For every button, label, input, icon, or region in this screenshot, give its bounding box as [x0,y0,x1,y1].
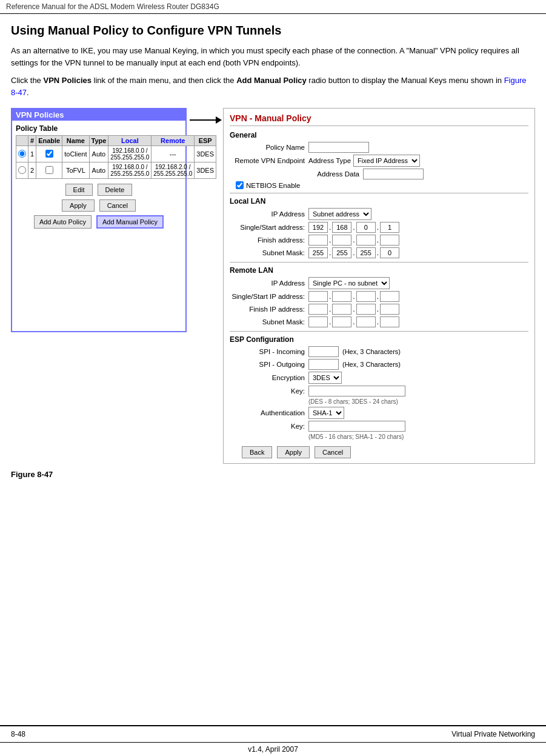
remote-ip-oct3[interactable] [356,291,376,302]
local-finish-oct2[interactable] [332,235,351,246]
authentication-select[interactable]: SHA-1 [308,407,344,419]
remote-subnet-ip: . . . [308,316,399,327]
address-data-input[interactable] [363,169,424,179]
footer-left: 8-48 [11,730,25,738]
remote-finish-oct1[interactable] [308,304,328,315]
remote-single-start-ip: . . . [308,291,399,302]
local-subnet-ip: . . . [308,247,399,258]
spi-outgoing-input[interactable] [308,359,339,370]
delete-button[interactable]: Delete [98,184,133,196]
section-local-lan: Local LAN [230,197,528,206]
col-name: Name [62,136,89,146]
encryption-label: Encryption [230,374,308,381]
local-finish-oct3[interactable] [356,235,376,246]
local-finish-oct1[interactable] [308,235,328,246]
header-title: Reference Manual for the ADSL Modem Wire… [6,2,219,11]
spi-hex-hint: (Hex, 3 Characters) [342,348,401,355]
local-mask-oct4[interactable] [380,247,399,258]
remote-vpn-row: Remote VPN Endpoint Address Type Fixed I… [230,155,528,167]
col-type: Type [89,136,108,146]
footer-right: Virtual Private Networking [451,730,535,738]
apply-button[interactable]: Apply [277,446,310,458]
remote-mask-oct4[interactable] [380,316,399,327]
encryption-row: Encryption 3DES [230,372,528,384]
authentication-label: Authentication [230,409,308,416]
apply-cancel-buttons: Apply Cancel [16,199,182,212]
local-finish-row: Finish address: . . . [230,235,528,246]
remote-ip-oct1[interactable] [308,291,328,302]
back-button[interactable]: Back [242,446,272,458]
remote-single-start-label: Single/Start IP address: [230,293,308,300]
add-manual-policy-button[interactable]: Add Manual Policy [96,215,164,229]
remote-mask-oct1[interactable] [308,316,328,327]
figure-caption: Figure 8-47 [11,470,535,479]
remote-ip-oct2[interactable] [332,291,351,302]
remote-ip-row: IP Address Single PC - no subnet [230,277,528,289]
add-auto-policy-button[interactable]: Add Auto Policy [34,215,92,229]
manual-title: VPN - Manual Policy [230,113,528,123]
local-ip-oct4[interactable] [380,222,399,233]
footer-bar: 8-48 Virtual Private Networking [0,726,546,742]
page-title: Using Manual Policy to Configure VPN Tun… [11,24,535,38]
local-ip-oct3[interactable] [356,222,376,233]
vpn-manual-panel: VPN - Manual Policy General Policy Name … [223,108,535,464]
address-type-label: Address Type [308,157,351,164]
arrow-icon [188,108,222,132]
remote-finish-row: Finish IP address: . . . [230,304,528,315]
local-ip-oct1[interactable] [308,222,328,233]
enc-key-row: Key: [230,386,528,396]
remote-ip-oct4[interactable] [380,291,399,302]
cancel-button[interactable]: Cancel [99,199,136,212]
remote-finish-oct3[interactable] [356,304,376,315]
remote-finish-oct2[interactable] [332,304,351,315]
spi-incoming-label: SPI - Incoming [230,348,308,355]
enc-key-input[interactable] [308,386,405,396]
enc-key-hint-row: (DES - 8 chars; 3DES - 24 chars) [230,398,528,405]
vpn-policies-bold: VPN Policies [43,76,91,85]
remote-mask-oct3[interactable] [356,316,376,327]
local-mask-oct2[interactable] [332,247,351,258]
table-row: 1 toClient Auto 192.168.0.0 /255.255.255… [16,146,216,162]
remote-finish-oct4[interactable] [380,304,399,315]
intro-paragraph: As an alternative to IKE, you may use Ma… [11,45,535,69]
encryption-select[interactable]: 3DES [308,372,342,384]
auth-key-row: Key: [230,421,528,432]
address-data-sublabel: Address Data [308,170,363,178]
local-subnet-row: Subnet Mask: . . . [230,247,528,258]
apply-button[interactable]: Apply [62,199,95,212]
local-finish-label: Finish address: [230,236,308,244]
remote-mask-oct2[interactable] [332,316,351,327]
click-paragraph: Click the VPN Policies link of the main … [11,75,535,98]
spi-incoming-input[interactable] [308,346,339,357]
address-type-select[interactable]: Fixed IP Address [353,155,420,167]
local-ip-oct2[interactable] [332,222,351,233]
policy-name-input[interactable] [308,142,369,153]
footer-version: v1.4, April 2007 [0,742,546,756]
spi-outgoing-label: SPI - Outgoing [230,361,308,368]
remote-finish-ip: . . . [308,304,399,315]
vpn-policies-title: VPN Policies [12,109,185,121]
netbios-label: NETBIOS Enable [246,182,300,189]
auth-key-input[interactable] [308,421,405,432]
remote-single-start-row: Single/Start IP address: . . . [230,291,528,302]
edit-button[interactable]: Edit [65,184,93,196]
local-ip-type-select[interactable]: Subnet address [308,208,371,220]
auth-key-label: Key: [230,423,308,430]
remote-ip-type-select[interactable]: Single PC - no subnet [308,277,390,289]
col-local: Local [108,136,151,146]
local-single-start-ip: . . . [308,222,399,233]
spi-outgoing-hint: (Hex, 3 Characters) [342,361,401,368]
local-finish-oct4[interactable] [380,235,399,246]
add-manual-policy-bold: Add Manual Policy [236,76,307,85]
policy-name-label: Policy Name [230,144,308,151]
local-ip-label: IP Address [230,210,308,218]
local-mask-oct3[interactable] [356,247,376,258]
local-mask-oct1[interactable] [308,247,328,258]
col-radio [16,136,28,146]
form-bottom-buttons: Back Apply Cancel [230,446,528,458]
remote-subnet-label: Subnet Mask: [230,318,308,326]
netbios-checkbox[interactable] [236,181,244,189]
cancel-button[interactable]: Cancel [315,446,351,458]
col-esp: ESP [195,136,216,146]
figure-area: VPN Policies Policy Table # Enable Name … [11,108,535,464]
